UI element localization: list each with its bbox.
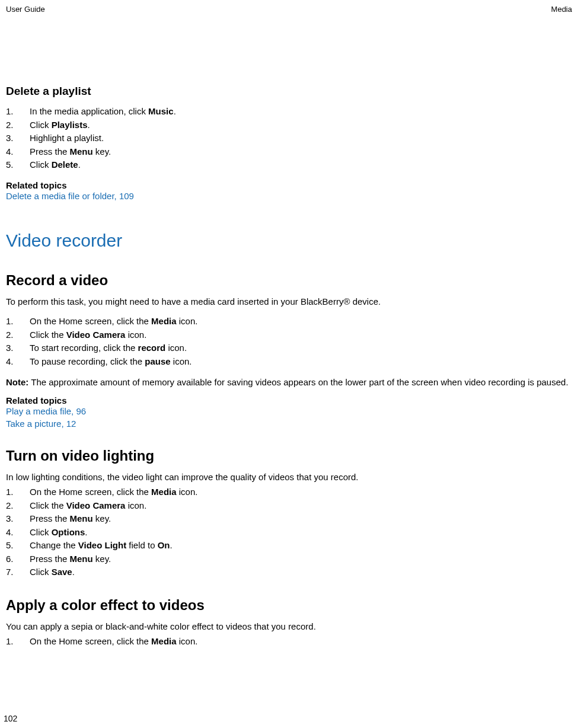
step-bold: Menu [70,554,93,564]
heading-record-video: Record a video [6,272,574,289]
heading-video-lighting: Turn on video lighting [6,448,574,464]
step-bold: Video Light [78,540,126,550]
step-text: Click the [30,500,66,510]
step-item: On the Home screen, click the Media icon… [6,315,574,328]
step-bold: Options [52,527,85,537]
step-bold: Menu [70,146,93,157]
intro-video-lighting: In low lighting conditions, the video li… [6,471,574,483]
heading-color-effect: Apply a color effect to videos [6,597,574,614]
step-text: To pause recording, click the [30,356,145,366]
step-text: Press the [30,513,70,523]
step-bold: Menu [70,513,93,523]
header-left: User Guide [6,5,45,14]
related-topics-label-2: Related topics [6,395,574,405]
step-text: icon. [125,330,146,340]
note-prefix: Note: [6,377,28,387]
step-bold: Delete [52,159,78,170]
step-bold: Media [151,316,177,326]
header-right: Media [551,5,572,14]
step-text: Click [30,159,52,170]
step-text: field to [126,540,158,550]
step-item: Press the Menu key. [6,145,574,159]
step-text: . [174,106,176,116]
steps-color-effect: On the Home screen, click the Media icon… [6,635,574,649]
step-text: icon. [177,316,198,326]
related-link[interactable]: Play a media file, 96 [6,405,574,417]
step-text: Click [30,527,52,537]
step-text: In the media application, click [30,106,148,116]
step-text: Click [30,120,52,130]
step-bold: Playlists [52,120,88,130]
step-text: . [78,159,81,170]
step-item: Click Save. [6,566,574,579]
step-item: Highlight a playlist. [6,132,574,145]
step-text: key. [93,513,111,523]
chapter-heading-video-recorder: Video recorder [6,231,574,251]
related-link[interactable]: Delete a media file or folder, 109 [6,190,574,202]
intro-record-video: To perform this task, you might need to … [6,296,574,308]
step-text: Press the [30,146,70,157]
intro-color-effect: You can apply a sepia or black-and-white… [6,621,574,633]
step-text: . [85,527,87,537]
step-item: To pause recording, click the pause icon… [6,355,574,369]
step-item: In the media application, click Music. [6,105,574,119]
related-link[interactable]: Take a picture, 12 [6,418,574,430]
step-bold: Video Camera [66,330,126,340]
step-bold: pause [145,356,170,366]
steps-video-lighting: On the Home screen, click the Media icon… [6,486,574,579]
step-text: Click the [30,330,66,340]
related-topics-label: Related topics [6,180,574,190]
steps-delete-playlist: In the media application, click Music.Cl… [6,105,574,172]
step-text: On the Home screen, click the [30,316,151,326]
step-text: icon. [177,487,198,497]
step-item: On the Home screen, click the Media icon… [6,635,574,649]
step-item: To start recording, click the record ico… [6,341,574,355]
step-text: Click [30,567,52,577]
page-header: User Guide Media [4,5,574,14]
step-text: icon. [165,343,187,353]
heading-delete-playlist: Delete a playlist [6,85,574,98]
step-text: . [170,540,173,550]
step-item: Click Playlists. [6,119,574,132]
related-links-2: Play a media file, 96Take a picture, 12 [6,405,574,430]
step-text: Highlight a playlist. [30,133,104,143]
step-text: icon. [171,356,192,366]
step-item: Press the Menu key. [6,512,574,526]
step-bold: Video Camera [66,500,126,510]
page-number: 102 [4,714,17,723]
page-content: Delete a playlist In the media applicati… [4,85,574,648]
step-bold: Music [148,106,174,116]
step-text: To start recording, click the [30,343,138,353]
step-text: Change the [30,540,78,550]
step-item: Click Options. [6,526,574,539]
step-text: icon. [177,636,198,646]
step-text: icon. [125,500,146,510]
steps-record-video: On the Home screen, click the Media icon… [6,315,574,368]
step-bold: Media [151,487,177,497]
step-text: . [72,567,75,577]
note-record-video: Note: The approximate amount of memory a… [6,376,574,388]
step-item: Click the Video Camera icon. [6,499,574,513]
note-body: The approximate amount of memory availab… [28,377,568,387]
step-text: On the Home screen, click the [30,487,151,497]
step-text: key. [93,554,111,564]
step-text: On the Home screen, click the [30,636,151,646]
step-bold: record [138,343,166,353]
related-links-1: Delete a media file or folder, 109 [6,190,574,202]
step-bold: Media [151,636,177,646]
step-bold: Save [52,567,72,577]
step-item: On the Home screen, click the Media icon… [6,486,574,499]
step-item: Click Delete. [6,158,574,172]
step-text: Press the [30,554,70,564]
step-text: key. [93,146,111,157]
step-item: Click the Video Camera icon. [6,328,574,342]
step-item: Change the Video Light field to On. [6,539,574,553]
step-bold: On [158,540,170,550]
step-item: Press the Menu key. [6,553,574,566]
step-text: . [88,120,90,130]
